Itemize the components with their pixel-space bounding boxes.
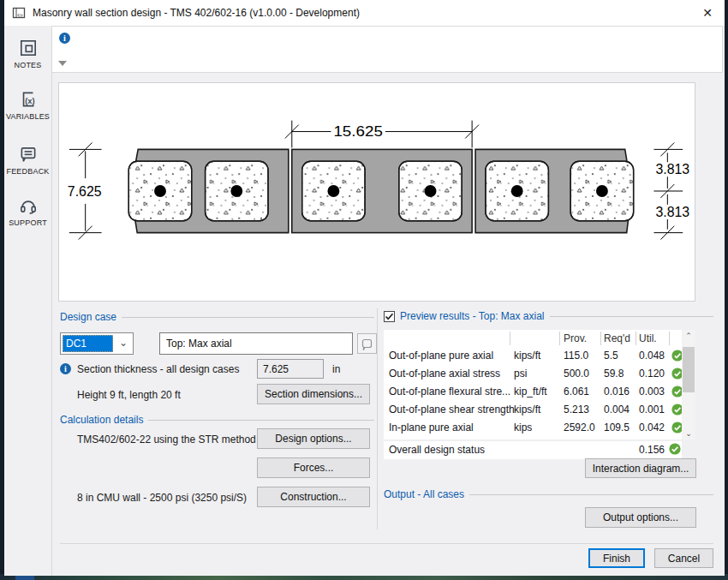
case-name-input[interactable]: Top: Max axial [159, 332, 353, 355]
section-drawing-panel: 7.625 15.625 3.813 3.813 [58, 82, 695, 302]
row-status [671, 386, 682, 400]
scroll-down-icon[interactable]: ⌄ [682, 428, 695, 439]
calculation-details-label: Calculation details [60, 414, 143, 426]
results-rows: Out-of-plane pure axialkips/ft115.05.50.… [384, 347, 682, 439]
table-cell: kips/ft [514, 350, 540, 362]
notes-icon [18, 38, 39, 58]
thickness-label: Section thickness - all design cases [77, 363, 239, 375]
table-cell: 0.004 [604, 404, 630, 416]
pass-check-icon [669, 443, 681, 455]
pass-check-icon [671, 404, 682, 416]
table-cell: 2592.0 [564, 422, 595, 434]
chevron-down-icon: ⌄ [119, 337, 128, 349]
code-text: TMS402/602-22 using the STR method [77, 434, 256, 445]
overall-pass-icon [669, 443, 681, 457]
dim-face-top-label: 3.813 [655, 161, 689, 177]
interaction-diagram-button[interactable]: Interaction diagram... [585, 458, 696, 478]
geometry-text: Height 9 ft, length 20 ft [77, 389, 181, 401]
masonry-dialog-window: Masonry wall section design - TMS 402/60… [4, 0, 725, 576]
output-options-button[interactable]: Output options... [585, 507, 696, 528]
window-title: Masonry wall section design - TMS 402/60… [33, 7, 360, 19]
dim-face-bottom-label: 3.813 [655, 204, 689, 220]
table-row[interactable]: In-plane pure axialkips2592.0109.50.042 [384, 419, 682, 437]
support-icon [18, 195, 39, 216]
results-grid[interactable]: Prov. Req'd Util. Out-of-plane pure axia… [384, 330, 682, 439]
info-icon: i [60, 363, 71, 374]
col-reqd: Req'd [604, 332, 630, 344]
design-case-group-header: Design case [60, 311, 374, 323]
table-row[interactable]: Out-of-plane shear strengthkips/ft5.2130… [384, 401, 682, 419]
design-options-button[interactable]: Design options... [257, 428, 370, 449]
row-status [671, 422, 682, 436]
close-button[interactable]: ✕ [697, 3, 718, 22]
table-cell: 0.048 [639, 350, 665, 362]
table-row[interactable]: In-plane flexural strengthkip_ft [384, 437, 682, 439]
sidebar: NOTES (x) VARIABLES FEEDBACK S [4, 26, 52, 576]
wall-section-drawing: 7.625 15.625 3.813 3.813 [59, 83, 695, 301]
pass-check-icon [671, 350, 682, 362]
design-case-label: Design case [60, 311, 116, 323]
table-cell: 0.120 [639, 368, 665, 380]
feedback-icon [18, 144, 39, 164]
collapse-arrow-icon[interactable] [58, 61, 67, 66]
table-cell: psi [514, 368, 527, 380]
thickness-field: 7.625 [257, 359, 324, 379]
overall-status-row: Overall design status 0.156 [384, 441, 682, 459]
table-cell: 5.213 [564, 404, 589, 416]
notes-infobar: i [51, 26, 723, 73]
table-cell: 0.003 [639, 386, 665, 398]
construction-button[interactable]: Construction... [257, 487, 370, 507]
col-prov: Prov. [564, 332, 587, 344]
window-icon [12, 6, 26, 20]
sidebar-item-label: VARIABLES [6, 112, 50, 121]
preview-results-group-header: Preview results - Top: Max axial [384, 310, 713, 322]
sidebar-item-label: SUPPORT [9, 218, 47, 227]
table-cell: 500.0 [564, 368, 589, 380]
desktop-background-detail [15, 576, 34, 580]
pass-check-icon [671, 386, 682, 398]
overall-util-value: 0.156 [639, 444, 665, 456]
cancel-button[interactable]: Cancel [654, 548, 713, 568]
table-cell: 109.5 [604, 422, 630, 434]
panel-separator [377, 308, 378, 529]
table-row[interactable]: Out-of-plane pure axialkips/ft115.05.50.… [384, 347, 682, 365]
sidebar-item-support[interactable]: SUPPORT [4, 195, 51, 227]
table-row[interactable]: Out-of-plane flexural stre...kip_ft/ft6.… [384, 383, 682, 401]
output-label: Output - All cases [384, 488, 464, 500]
case-note-button[interactable] [357, 333, 377, 354]
dim-width-label: 15.625 [333, 123, 383, 140]
table-cell: Out-of-plane flexural stre... [389, 386, 510, 398]
row-status [671, 368, 682, 382]
table-cell: 0.001 [639, 404, 665, 416]
table-cell: Out-of-plane shear strength [389, 404, 515, 416]
results-scrollbar[interactable]: ⌃ ⌄ [682, 330, 695, 439]
checkmark-icon [385, 312, 394, 321]
forces-button[interactable]: Forces... [257, 457, 370, 478]
finish-button[interactable]: Finish [588, 548, 645, 568]
sidebar-item-notes[interactable]: NOTES [4, 38, 51, 69]
sidebar-item-variables[interactable]: (x) VARIABLES [4, 89, 51, 121]
preview-results-checkbox[interactable] [384, 311, 395, 322]
table-cell: 5.5 [604, 350, 618, 362]
table-cell: In-plane pure axial [389, 422, 474, 434]
info-icon: i [59, 33, 70, 44]
col-util: Util. [639, 332, 657, 344]
table-cell: kips/ft [514, 404, 540, 416]
sidebar-item-feedback[interactable]: FEEDBACK [4, 144, 51, 176]
table-cell: Out-of-plane axial stress [389, 368, 500, 380]
overall-status-label: Overall design status [389, 444, 485, 456]
sidebar-item-label: FEEDBACK [6, 167, 49, 176]
pass-check-icon [671, 422, 682, 434]
design-case-combobox[interactable]: DC1 ⌄ [60, 332, 134, 355]
table-cell: kip_ft/ft [514, 386, 547, 398]
dim-height-label: 7.625 [68, 183, 102, 200]
calculation-details-group-header: Calculation details [60, 414, 374, 426]
scroll-thumb[interactable] [683, 347, 695, 392]
scroll-up-icon[interactable]: ⌃ [682, 330, 695, 342]
table-cell: kips [514, 422, 532, 434]
section-dimensions-button[interactable]: Section dimensions... [257, 384, 370, 404]
wall-text: 8 in CMU wall - 2500 psi (3250 psi/S) [77, 492, 247, 504]
sidebar-item-label: NOTES [14, 61, 41, 69]
table-row[interactable]: Out-of-plane axial stresspsi500.059.80.1… [384, 365, 682, 383]
comment-icon [361, 338, 373, 350]
